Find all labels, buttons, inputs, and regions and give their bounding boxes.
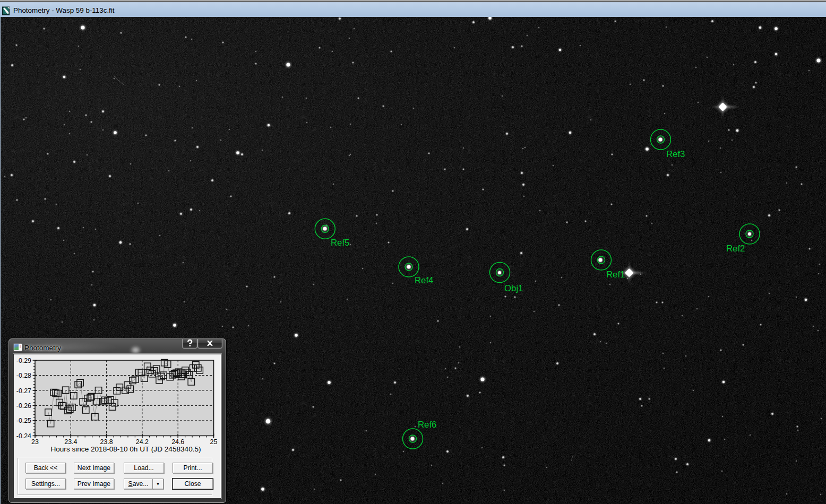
svg-text:Ref1: Ref1 <box>606 270 625 280</box>
svg-text:Ref3: Ref3 <box>666 149 685 159</box>
svg-text:Ref5: Ref5 <box>331 238 349 248</box>
svg-text:-0.24: -0.24 <box>16 432 31 440</box>
svg-text:23: 23 <box>31 438 39 446</box>
svg-text:25: 25 <box>210 438 218 446</box>
svg-text:-0.29: -0.29 <box>16 357 31 364</box>
svg-text:24.6: 24.6 <box>171 438 184 446</box>
svg-text:Ref6: Ref6 <box>418 420 436 430</box>
svg-text:Ref2: Ref2 <box>726 244 745 254</box>
svg-text:Obj1: Obj1 <box>504 283 523 293</box>
svg-text:24.2: 24.2 <box>136 438 149 446</box>
svg-text:-0.25: -0.25 <box>16 417 31 424</box>
svg-text:-0.27: -0.27 <box>16 387 31 395</box>
svg-text:Hours since 2018-08-10 0h UT (: Hours since 2018-08-10 0h UT (JD 2458340… <box>50 445 201 453</box>
svg-text:-0.28: -0.28 <box>16 372 31 379</box>
svg-text:Ref4: Ref4 <box>415 275 433 285</box>
svg-text:23.4: 23.4 <box>64 438 77 446</box>
svg-text:23.8: 23.8 <box>100 438 113 446</box>
svg-text:-0.26: -0.26 <box>16 402 31 410</box>
